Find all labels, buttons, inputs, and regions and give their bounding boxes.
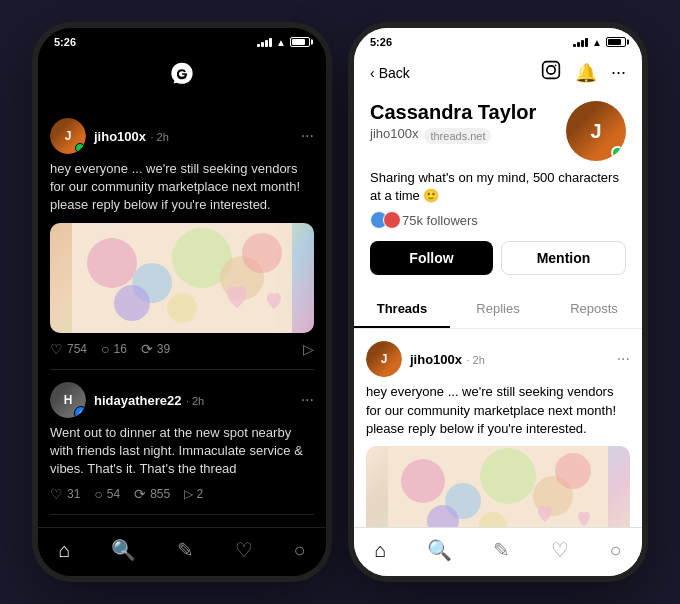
follow-button[interactable]: Follow — [370, 241, 493, 275]
repost-icon: ⟳ — [141, 341, 153, 357]
post-1-username[interactable]: jiho100x — [94, 129, 146, 144]
back-button[interactable]: ‹ Back — [370, 65, 410, 81]
post-2-header: H + hidayathere22 · 2h ··· — [50, 382, 314, 418]
post-2-username[interactable]: hidayathere22 — [94, 393, 181, 408]
comment-icon-2: ○ — [94, 486, 102, 502]
like-count-1: 754 — [67, 342, 87, 356]
profile-domain: threads.net — [424, 128, 491, 144]
post-2: H + hidayathere22 · 2h ··· Went out to d… — [50, 370, 314, 516]
like-btn-2[interactable]: ♡ 31 — [50, 486, 80, 502]
repost-count-2: 855 — [150, 487, 170, 501]
more-icon-profile[interactable]: ··· — [611, 62, 626, 83]
threads-header — [38, 52, 326, 106]
status-icons-right: ▲ — [573, 37, 626, 48]
instagram-icon[interactable] — [541, 60, 561, 85]
profile-followers: 75k followers — [370, 211, 626, 229]
right-bottom-nav: ⌂ 🔍 ✎ ♡ ○ — [354, 527, 642, 576]
post-2-timestamp: · 2h — [186, 395, 204, 407]
profile-post-1-header: J jiho100x · 2h ··· — [366, 341, 630, 377]
share-btn-1[interactable]: ▷ — [303, 341, 314, 357]
repost-count-1: 39 — [157, 342, 170, 356]
svg-point-6 — [167, 293, 197, 323]
profile-post-1-username[interactable]: jiho100x — [410, 352, 462, 367]
right-nav-home[interactable]: ⌂ — [374, 539, 386, 562]
comment-btn-2[interactable]: ○ 54 — [94, 486, 120, 502]
repost-btn-1[interactable]: ⟳ 39 — [141, 341, 170, 357]
right-nav-profile[interactable]: ○ — [609, 539, 621, 562]
profile-name: Cassandra Taylor — [370, 101, 536, 124]
nav-profile[interactable]: ○ — [293, 539, 305, 562]
post-2-more[interactable]: ··· — [301, 391, 314, 409]
profile-post-1: J jiho100x · 2h ··· hey everyone ... we'… — [366, 329, 630, 527]
comment-count-2: 54 — [107, 487, 120, 501]
mention-button[interactable]: Mention — [501, 241, 626, 275]
profile-back-bar: ‹ Back 🔔 ··· — [354, 52, 642, 93]
post-1: J jiho100x · 2h ··· hey everyone ... we'… — [50, 106, 314, 370]
follower-avatar-group — [370, 211, 396, 229]
nav-heart[interactable]: ♡ — [235, 538, 253, 562]
followers-count: 75k followers — [402, 213, 478, 228]
left-bottom-nav: ⌂ 🔍 ✎ ♡ ○ — [38, 527, 326, 576]
time-left: 5:26 — [54, 36, 76, 48]
avatar-hiday[interactable]: H + — [50, 382, 86, 418]
avatar-jiho[interactable]: J — [50, 118, 86, 154]
nav-home[interactable]: ⌂ — [58, 539, 70, 562]
like-count-2: 31 — [67, 487, 80, 501]
profile-info: Cassandra Taylor jiho100x threads.net J … — [354, 93, 642, 291]
like-btn-1[interactable]: ♡ 754 — [50, 341, 87, 357]
nav-compose[interactable]: ✎ — [177, 538, 194, 562]
send-icon: ▷ — [303, 341, 314, 357]
back-chevron: ‹ — [370, 65, 375, 81]
comment-btn-1[interactable]: ○ 16 — [101, 341, 127, 357]
svg-point-12 — [401, 459, 445, 503]
signal-icon-right — [573, 37, 588, 47]
extra-count-2: ▷ 2 — [184, 487, 203, 501]
wifi-icon-right: ▲ — [592, 37, 602, 48]
heart-icon: ♡ — [50, 341, 63, 357]
profile-avatar[interactable]: J — [566, 101, 626, 161]
add-badge: + — [74, 406, 86, 418]
profile-top: Cassandra Taylor jiho100x threads.net J — [370, 101, 626, 161]
follower-avatar-2 — [383, 211, 401, 229]
right-nav-compose[interactable]: ✎ — [493, 538, 510, 562]
svg-rect-8 — [543, 62, 560, 79]
repost-icon-2: ⟳ — [134, 486, 146, 502]
repost-btn-2[interactable]: ⟳ 855 — [134, 486, 170, 502]
post-1-header: J jiho100x · 2h ··· — [50, 118, 314, 154]
profile-text-section: Cassandra Taylor jiho100x threads.net — [370, 101, 536, 149]
status-bar-right: 5:26 ▲ — [354, 28, 642, 52]
left-screen: 5:26 ▲ — [38, 28, 326, 576]
svg-point-1 — [87, 238, 137, 288]
extra-btn-2[interactable]: ▷ 2 — [184, 487, 203, 501]
online-indicator-profile — [611, 146, 624, 159]
profile-post-1-user-info: jiho100x · 2h — [410, 350, 485, 368]
profile-post-avatar-1[interactable]: J — [366, 341, 402, 377]
threads-logo — [168, 60, 196, 94]
svg-point-9 — [547, 66, 555, 74]
post-1-timestamp: · 2h — [150, 131, 168, 143]
tab-replies[interactable]: Replies — [450, 291, 546, 328]
right-phone: 5:26 ▲ ‹ Bac — [348, 22, 648, 582]
right-nav-search[interactable]: 🔍 — [427, 538, 452, 562]
online-indicator — [75, 143, 85, 153]
bell-icon[interactable]: 🔔 — [575, 62, 597, 84]
post-1-user-info: jiho100x · 2h — [94, 127, 293, 145]
profile-bio: Sharing what's on my mind, 500 character… — [370, 169, 626, 205]
profile-action-buttons: Follow Mention — [370, 241, 626, 275]
profile-post-1-more[interactable]: ··· — [617, 350, 630, 368]
right-nav-heart[interactable]: ♡ — [551, 538, 569, 562]
left-phone: 5:26 ▲ — [32, 22, 332, 582]
svg-point-10 — [555, 65, 557, 67]
nav-search[interactable]: 🔍 — [111, 538, 136, 562]
heart-icon-2: ♡ — [50, 486, 63, 502]
post-2-user-info: hidayathere22 · 2h — [94, 391, 293, 409]
profile-post-1-image — [366, 446, 630, 527]
post-1-more[interactable]: ··· — [301, 127, 314, 145]
tab-reposts[interactable]: Reposts — [546, 291, 642, 328]
profile-feed: J jiho100x · 2h ··· hey everyone ... we'… — [354, 329, 642, 527]
right-screen: 5:26 ▲ ‹ Bac — [354, 28, 642, 576]
tab-threads[interactable]: Threads — [354, 291, 450, 328]
comment-icon: ○ — [101, 341, 109, 357]
post-1-image — [50, 223, 314, 333]
profile-handle-row: jiho100x threads.net — [370, 126, 536, 145]
